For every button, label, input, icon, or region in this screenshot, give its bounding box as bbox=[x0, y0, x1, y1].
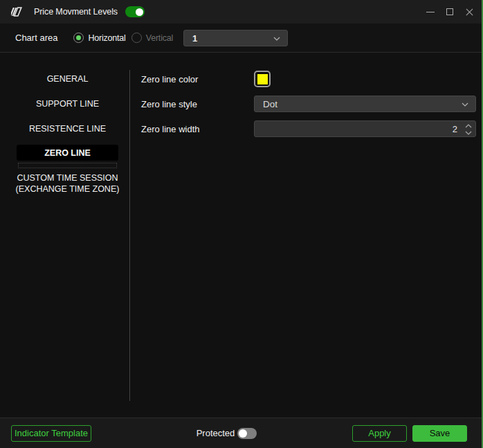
chevron-down-icon bbox=[462, 102, 468, 107]
radio-selected-dot bbox=[76, 35, 81, 40]
indicator-enabled-toggle[interactable] bbox=[125, 6, 145, 17]
stepper-up-icon[interactable] bbox=[465, 124, 472, 128]
sidebar-nav: GENERAL SUPPORT LINE RESISTENCE LINE ZER… bbox=[0, 53, 130, 418]
radio-vertical-label: Vertical bbox=[146, 33, 173, 43]
sidebar-item-resistence-line[interactable]: RESISTENCE LINE bbox=[5, 116, 130, 141]
stepper-down-icon[interactable] bbox=[465, 131, 472, 135]
maximize-button[interactable] bbox=[440, 0, 459, 24]
zero-line-width-input[interactable]: 2 bbox=[254, 120, 476, 137]
sidebar-divider bbox=[129, 70, 130, 401]
dialog-body: GENERAL SUPPORT LINE RESISTENCE LINE ZER… bbox=[0, 53, 483, 418]
setting-row-width: Zero line width 2 bbox=[130, 116, 483, 141]
color-swatch-fill bbox=[257, 74, 268, 84]
zero-line-color-label: Zero line color bbox=[141, 74, 254, 84]
chevron-down-icon bbox=[273, 37, 280, 41]
zero-line-color-swatch[interactable] bbox=[254, 71, 271, 87]
radio-horizontal-circle[interactable] bbox=[73, 33, 84, 43]
chart-area-label: Chart area bbox=[15, 33, 57, 43]
sidebar-item-zero-line[interactable]: ZERO LINE bbox=[17, 145, 118, 161]
minimize-button[interactable] bbox=[421, 0, 440, 24]
window-title: Price Movment Levels bbox=[34, 7, 118, 17]
radio-horizontal[interactable]: Horizontal bbox=[73, 33, 125, 43]
chart-area-row: Chart area Horizontal Vertical 1 bbox=[0, 24, 483, 53]
settings-panel: Zero line color Zero line style Dot Zero… bbox=[130, 53, 483, 418]
titlebar: Price Movment Levels bbox=[0, 0, 483, 24]
sidebar-item-general[interactable]: GENERAL bbox=[5, 66, 130, 91]
zero-line-style-value: Dot bbox=[263, 99, 277, 109]
custom-time-session-line1: CUSTOM TIME SESSION bbox=[5, 172, 130, 183]
zero-line-style-label: Zero line style bbox=[141, 99, 254, 109]
setting-row-color: Zero line color bbox=[130, 66, 483, 91]
indicator-settings-window: Price Movment Levels Chart area Horizont… bbox=[0, 0, 483, 448]
sidebar-focus-rect bbox=[18, 163, 117, 168]
radio-horizontal-label: Horizontal bbox=[88, 33, 125, 43]
zero-line-style-select[interactable]: Dot bbox=[254, 96, 476, 112]
toggle-knob bbox=[136, 8, 143, 16]
protected-toggle-knob bbox=[239, 429, 247, 438]
sidebar-item-custom-time-session[interactable]: CUSTOM TIME SESSION (EXCHANGE TIME ZONE) bbox=[5, 172, 130, 195]
protected-label: Protected bbox=[197, 428, 235, 438]
radio-vertical-circle bbox=[131, 33, 142, 43]
app-logo-icon bbox=[11, 7, 22, 17]
chart-area-number-select[interactable]: 1 bbox=[183, 30, 288, 46]
zero-line-width-label: Zero line width bbox=[141, 124, 254, 134]
setting-row-style: Zero line style Dot bbox=[130, 91, 483, 116]
apply-button[interactable]: Apply bbox=[352, 425, 407, 442]
custom-time-session-line2: (EXCHANGE TIME ZONE) bbox=[5, 183, 130, 195]
zero-line-width-value: 2 bbox=[453, 124, 457, 134]
indicator-template-button[interactable]: Indicator Template bbox=[11, 425, 91, 442]
minimize-icon bbox=[426, 12, 435, 12]
close-button[interactable] bbox=[459, 0, 479, 24]
chart-area-number-value: 1 bbox=[192, 33, 197, 44]
number-stepper[interactable] bbox=[464, 124, 473, 135]
footer-bar: Indicator Template Protected Apply Save bbox=[0, 418, 483, 448]
maximize-icon bbox=[446, 8, 453, 15]
protected-toggle[interactable] bbox=[237, 428, 257, 439]
protected-group: Protected bbox=[91, 428, 352, 439]
sidebar-item-support-line[interactable]: SUPPORT LINE bbox=[5, 91, 130, 116]
window-controls bbox=[421, 0, 479, 24]
radio-vertical: Vertical bbox=[131, 33, 173, 43]
save-button[interactable]: Save bbox=[412, 425, 467, 442]
